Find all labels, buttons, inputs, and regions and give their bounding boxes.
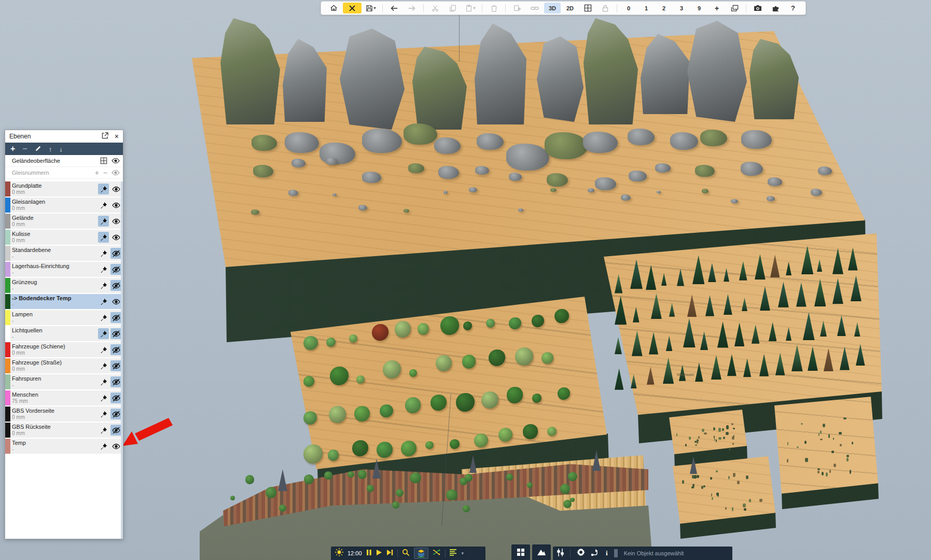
play-button[interactable] [376, 549, 382, 558]
layer-visibility-icon[interactable] [110, 312, 121, 323]
layer-visibility-icon[interactable] [110, 248, 121, 259]
sun-daytime-icon[interactable] [335, 548, 343, 558]
camera-slot-2[interactable]: 2 [656, 3, 672, 13]
pause-button[interactable] [366, 549, 372, 558]
pin-layer-icon[interactable] [98, 344, 109, 355]
camera-slot-0[interactable]: 0 [620, 3, 637, 13]
grid-icon[interactable] [100, 157, 107, 164]
screenshot-camera-button[interactable] [749, 3, 766, 13]
layer-visibility-icon[interactable] [110, 360, 121, 371]
layer-row[interactable]: Gelände 0 mm [5, 214, 123, 229]
layer-row[interactable]: Fahrzeuge (Straße) 0 mm [5, 358, 123, 373]
eye-icon[interactable] [112, 170, 120, 176]
layer-row[interactable]: GBS Rückseite 0 mm [5, 423, 123, 438]
layer-row[interactable]: Lampen - [5, 310, 123, 325]
plugins-puzzle-button[interactable] [767, 3, 784, 13]
layer-visibility-icon[interactable] [110, 328, 121, 339]
chevron-down-icon[interactable]: ▾ [473, 6, 475, 10]
layer-visibility-icon[interactable] [110, 425, 121, 436]
layer-row[interactable]: Grundplatte 0 mm [5, 181, 123, 197]
pin-layer-icon[interactable] [98, 248, 109, 259]
pin-layer-icon[interactable] [98, 409, 109, 419]
layer-row[interactable]: Kulisse 0 mm [5, 230, 123, 245]
shuffle-tool-icon[interactable] [433, 549, 441, 558]
layer-visibility-icon[interactable] [110, 376, 121, 387]
terrain-surface-row[interactable]: Geländeoberfläche [5, 155, 123, 167]
eye-icon[interactable] [112, 158, 120, 164]
layer-visibility-icon[interactable] [110, 393, 121, 403]
home-button[interactable] [325, 3, 342, 13]
layer-row[interactable]: -> Bodendecker Temp - [5, 294, 123, 309]
undo-button[interactable] [386, 3, 402, 13]
close-panel-icon[interactable]: × [115, 133, 119, 140]
layer-row[interactable]: Lagerhaus-Einrichtung - [5, 262, 123, 277]
pin-layer-icon[interactable] [98, 296, 109, 307]
layers-tool-button[interactable] [414, 548, 428, 559]
layer-row[interactable]: Fahrzeuge (Schiene) 0 mm [5, 342, 123, 357]
layer-visibility-icon[interactable] [110, 344, 121, 355]
layer-row[interactable]: Temp - [5, 439, 123, 454]
grid-view-button[interactable] [511, 544, 530, 560]
redo-button[interactable] [404, 3, 420, 13]
chevron-down-icon[interactable]: ▾ [462, 551, 464, 556]
terrain-view-button[interactable] [532, 544, 551, 560]
layer-visibility-icon[interactable] [110, 200, 121, 211]
pin-layer-icon[interactable] [98, 232, 109, 243]
layer-row[interactable]: GBS Vorderseite 0 mm [5, 407, 123, 422]
zoom-tool-icon[interactable] [402, 549, 410, 558]
layer-row[interactable]: Fahrspuren - [5, 374, 123, 389]
layer-visibility-icon[interactable] [110, 296, 121, 307]
remove-layer-button[interactable]: − [22, 145, 27, 153]
camera-slot-3[interactable]: 3 [673, 3, 690, 13]
edit-mode-button[interactable] [343, 3, 362, 13]
pin-layer-icon[interactable] [98, 280, 109, 291]
layer-row[interactable]: Gleisanlagen 0 mm [5, 198, 123, 213]
layer-visibility-icon[interactable] [110, 232, 121, 243]
layer-visibility-icon[interactable] [110, 441, 121, 452]
copy-button[interactable] [444, 3, 461, 13]
layer-visibility-icon[interactable] [110, 264, 121, 275]
cascade-windows-button[interactable] [726, 3, 743, 13]
layer-visibility-icon[interactable] [110, 216, 121, 227]
move-layer-down-button[interactable]: ↓ [59, 146, 63, 152]
filter-sliders-icon[interactable] [557, 549, 564, 558]
track-numbers-row[interactable]: Gleisnummern + − [5, 167, 123, 179]
chevron-down-icon[interactable]: ▾ [373, 6, 376, 10]
step-forward-button[interactable] [386, 549, 393, 558]
layer-row[interactable]: Grünzeug - [5, 278, 123, 293]
popout-panel-icon[interactable] [102, 132, 108, 141]
add-camera-slot-button[interactable]: + [708, 3, 725, 13]
camera-slot-1[interactable]: 1 [638, 3, 655, 13]
pin-layer-icon[interactable] [98, 184, 109, 194]
statusbar-handle[interactable] [614, 549, 618, 557]
settings-gear-icon[interactable] [577, 548, 585, 558]
minus-icon[interactable]: − [103, 169, 107, 177]
pin-layer-icon[interactable] [98, 264, 109, 275]
animation-path-icon[interactable] [591, 549, 600, 558]
help-button[interactable]: ? [785, 3, 801, 13]
move-layer-up-button[interactable]: ↑ [49, 146, 52, 152]
layer-visibility-icon[interactable] [110, 409, 121, 419]
save-button[interactable]: ▾ [363, 3, 379, 13]
pin-layer-icon[interactable] [98, 200, 109, 211]
edit-layer-button[interactable] [35, 145, 41, 153]
pin-layer-icon[interactable] [98, 425, 109, 436]
event-list-icon[interactable] [450, 549, 457, 558]
cut-button[interactable] [427, 3, 443, 13]
camera-slot-9[interactable]: 9 [691, 3, 707, 13]
info-icon[interactable]: i [606, 549, 608, 557]
plus-icon[interactable]: + [95, 169, 99, 177]
panel-scrollbar[interactable] [121, 181, 123, 539]
pin-layer-icon[interactable] [98, 393, 109, 403]
3d-viewport[interactable]: Mischwald [0, 0, 931, 560]
add-layer-button[interactable]: + [10, 145, 15, 153]
layer-visibility-icon[interactable] [110, 280, 121, 291]
pin-layer-icon[interactable] [98, 441, 109, 452]
pin-layer-icon[interactable] [98, 312, 109, 323]
link-button[interactable] [526, 3, 543, 13]
layer-row[interactable]: Lichtquellen - [5, 326, 123, 341]
view-3d-button[interactable]: 3D [544, 3, 561, 13]
layer-row[interactable]: Menschen 75 mm [5, 390, 123, 405]
clock-time[interactable]: 12:00 [348, 550, 362, 556]
delete-button[interactable] [485, 3, 502, 13]
